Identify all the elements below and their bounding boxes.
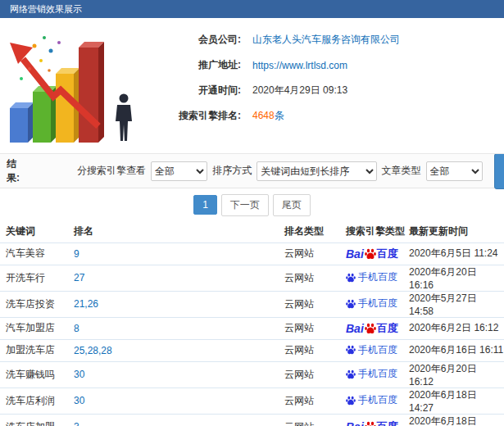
filter-bar: 结果: 分搜索引擎查看 全部 排序方式 关键词由短到长排序 文章类型 全部 提交	[0, 154, 504, 188]
engine-rank-label: 搜索引擎排名:	[156, 109, 241, 123]
engine-cell: 手机百度	[344, 361, 407, 387]
table-row: 加盟洗车店 25,28,28 云网站 手机百度 2020年6月16日 16:11	[0, 339, 504, 361]
table-row: 汽车加盟店 8 云网站 Bai百度 2020年6月2日 16:12	[0, 317, 504, 339]
rank-type-cell: 云网站	[283, 361, 344, 387]
engine-cell: Bai百度	[344, 317, 407, 339]
page-next[interactable]: 下一页	[221, 194, 269, 216]
mobile-baidu-icon: 手机百度	[346, 393, 397, 407]
engine-cell: Bai百度	[344, 414, 407, 426]
rank-type-cell: 云网站	[283, 242, 344, 265]
company-link[interactable]: 山东老人头汽车服务咨询有限公司	[252, 33, 400, 47]
engine-rank-value: 4648条	[252, 109, 284, 123]
baidu-paw-icon	[346, 396, 356, 406]
rank-link[interactable]: 25,28,28	[74, 345, 112, 356]
header-update-time: 最新更新时间	[407, 221, 504, 242]
open-time-value: 2020年4月29日 09:13	[252, 84, 347, 97]
rank-link[interactable]: 21,26	[74, 298, 98, 310]
results-table: 关键词 排名 排名类型 搜索引擎类型 最新更新时间 汽车美容 9 云网站 Bai…	[0, 221, 504, 426]
keyword-cell: 洗车店投资	[0, 291, 72, 317]
keyword-cell: 洗车店利润	[0, 387, 72, 414]
baidu-paw-icon	[365, 323, 376, 334]
rank-unit: 条	[275, 110, 284, 121]
header-rank: 排名	[72, 221, 283, 242]
baidu-paw-icon	[365, 421, 376, 426]
baidu-paw-icon	[346, 369, 356, 379]
update-time-cell: 2020年6月5日 11:24	[407, 242, 504, 265]
rank-type-cell: 云网站	[283, 387, 344, 414]
open-time-row: 开通时间: 2020年4月29日 09:13	[156, 84, 504, 97]
company-row: 会员公司: 山东老人头汽车服务咨询有限公司	[156, 33, 504, 47]
update-time-cell: 2020年6月18日 14:30	[407, 414, 504, 426]
update-time-cell: 2020年6月18日 14:27	[407, 387, 504, 414]
rank-link[interactable]: 9	[74, 248, 79, 260]
table-row: 汽车美容 9 云网站 Bai百度 2020年6月5日 11:24	[0, 242, 504, 265]
rank-link[interactable]: 30	[74, 369, 84, 380]
page-current[interactable]: 1	[193, 195, 217, 215]
update-time-cell: 2020年6月20日 16:16	[407, 265, 504, 291]
mobile-baidu-icon: 手机百度	[346, 297, 397, 310]
engine-cell: 手机百度	[344, 291, 407, 317]
keyword-cell: 汽车加盟店	[0, 317, 72, 339]
result-label: 结果:	[7, 157, 20, 185]
engine-cell: 手机百度	[344, 387, 407, 414]
rank-link[interactable]: 3	[74, 421, 79, 426]
engine-cell: 手机百度	[344, 339, 407, 361]
article-type-label: 文章类型	[382, 164, 421, 178]
title-bar: 网络营销效果展示	[0, 0, 504, 18]
page-last[interactable]: 尾页	[273, 194, 311, 216]
promo-url-link[interactable]: https://www.lrtlsd.com	[252, 60, 347, 71]
table-row: 洗车赚钱吗 30 云网站 手机百度 2020年6月20日 16:12	[0, 361, 504, 387]
keyword-cell: 洗车赚钱吗	[0, 361, 72, 387]
engine-filter-select[interactable]: 全部	[151, 161, 207, 181]
page-title: 网络营销效果展示	[10, 4, 82, 14]
baidu-logo-icon: Bai百度	[346, 419, 398, 426]
rank-type-cell: 云网站	[283, 291, 344, 317]
update-time-cell: 2020年6月20日 16:12	[407, 361, 504, 387]
rank-link[interactable]: 27	[74, 272, 84, 283]
header-rank-type: 排名类型	[283, 221, 344, 242]
promo-url-label: 推广地址:	[156, 58, 241, 72]
engine-rank-row: 搜索引擎排名: 4648条	[156, 109, 504, 123]
update-time-cell: 2020年5月27日 14:58	[407, 291, 504, 317]
header-keyword: 关键词	[0, 221, 72, 242]
member-info-rows: 会员公司: 山东老人头汽车服务咨询有限公司 推广地址: https://www.…	[156, 18, 504, 123]
header-engine-type: 搜索引擎类型	[344, 221, 407, 242]
table-row: 洗车店利润 30 云网站 手机百度 2020年6月18日 14:27	[0, 387, 504, 414]
company-label: 会员公司:	[156, 33, 241, 47]
mobile-baidu-icon: 手机百度	[346, 343, 397, 357]
article-type-select[interactable]: 全部	[426, 161, 483, 181]
keyword-cell: 洗车店加盟	[0, 414, 72, 426]
engine-cell: Bai百度	[344, 242, 407, 265]
keyword-cell: 汽车美容	[0, 242, 72, 265]
bar-chart-illustration	[2, 21, 153, 151]
submit-button[interactable]: 提交	[494, 153, 504, 189]
sort-filter-label: 排序方式	[212, 164, 252, 178]
update-time-cell: 2020年6月2日 16:12	[407, 317, 504, 339]
member-info-panel: 会员公司: 山东老人头汽车服务咨询有限公司 推广地址: https://www.…	[0, 18, 504, 154]
baidu-logo-icon: Bai百度	[346, 321, 398, 336]
keyword-cell: 加盟洗车店	[0, 339, 72, 361]
promo-url-row: 推广地址: https://www.lrtlsd.com	[156, 58, 504, 72]
table-row: 洗车店投资 21,26 云网站 手机百度 2020年5月27日 14:58	[0, 291, 504, 317]
rank-type-cell: 云网站	[283, 317, 344, 339]
rank-count: 4648	[252, 110, 275, 121]
baidu-logo-icon: Bai百度	[346, 247, 398, 261]
rank-link[interactable]: 8	[74, 323, 79, 334]
pagination: 1 下一页 尾页	[0, 188, 504, 221]
table-header-row: 关键词 排名 排名类型 搜索引擎类型 最新更新时间	[0, 221, 504, 242]
mobile-baidu-icon: 手机百度	[346, 270, 397, 284]
update-time-cell: 2020年6月16日 16:11	[407, 339, 504, 361]
engine-cell: 手机百度	[344, 265, 407, 291]
rank-type-cell: 云网站	[283, 339, 344, 361]
rank-link[interactable]: 30	[74, 395, 84, 406]
rank-type-cell: 云网站	[283, 265, 344, 291]
table-row: 开洗车行 27 云网站 手机百度 2020年6月20日 16:16	[0, 265, 504, 291]
baidu-paw-icon	[365, 248, 376, 260]
baidu-paw-icon	[346, 273, 356, 283]
engine-filter-label: 分搜索引擎查看	[77, 164, 146, 178]
rank-type-cell: 云网站	[283, 414, 344, 426]
businessman-figure	[113, 93, 134, 143]
sort-filter-select[interactable]: 关键词由短到长排序	[257, 161, 376, 181]
open-time-label: 开通时间:	[156, 84, 241, 97]
mobile-baidu-icon: 手机百度	[346, 367, 397, 381]
